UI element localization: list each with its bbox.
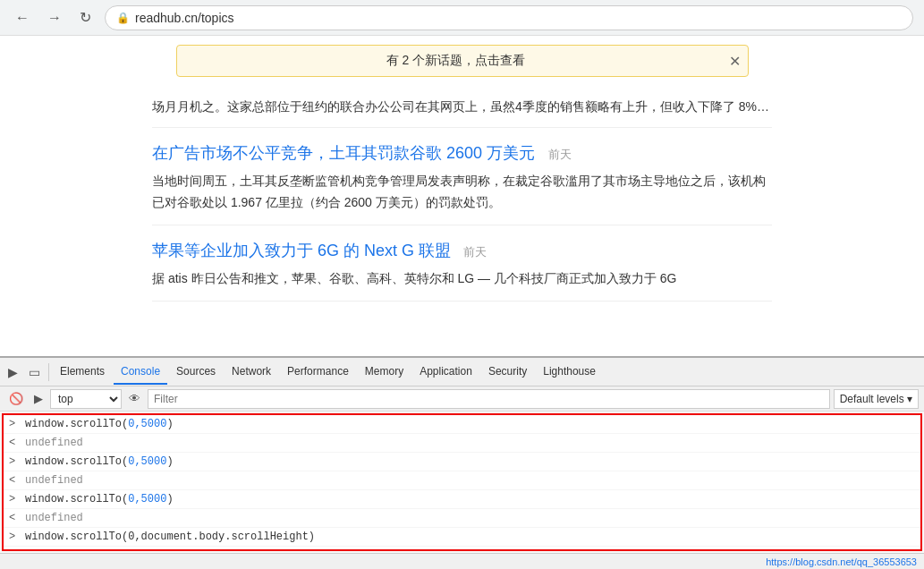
devtools-inspect-icon[interactable]: ▶ <box>4 362 22 382</box>
tab-separator-1 <box>48 363 49 381</box>
page-content: 有 2 个新话题，点击查看 ✕ 场月月机之。这家总部位于纽约的联合办公公司在其网… <box>0 36 924 356</box>
console-text-1: window.scrollTo(0,5000) <box>25 416 174 432</box>
console-text-8: undefined <box>25 548 83 551</box>
console-line-7: > window.scrollTo(0,document.body.scroll… <box>4 528 920 547</box>
console-text-3: window.scrollTo(0,5000) <box>25 454 174 470</box>
status-bar: https://blog.csdn.net/qq_36553653 <box>0 553 924 569</box>
tab-memory[interactable]: Memory <box>358 360 411 385</box>
tab-network[interactable]: Network <box>225 360 278 385</box>
console-output: > window.scrollTo(0,5000) < undefined > … <box>2 413 922 551</box>
tab-console[interactable]: Console <box>114 360 167 385</box>
notification-text: 有 2 个新话题，点击查看 <box>386 53 526 67</box>
console-text-4: undefined <box>25 472 83 488</box>
lock-icon: 🔒 <box>116 12 130 24</box>
article-3-body: 据 atis 昨日公告和推文，苹果、谷歌、高科、英特尔和 LG — 几个科技厂商… <box>152 268 772 290</box>
tab-lighthouse[interactable]: Lighthouse <box>536 360 603 385</box>
tab-security[interactable]: Security <box>481 360 534 385</box>
article-2-body: 当地时间周五，土耳其反垄断监管机构竞争管理局发表声明称，在裁定谷歌滥用了其市场主… <box>152 171 772 214</box>
reload-button[interactable]: ↻ <box>75 7 96 28</box>
console-prefix-4: < <box>9 472 20 488</box>
devtools-tabbar: ▶ ▭ Elements Console Sources Network Per… <box>0 358 924 386</box>
console-prefix-7: > <box>9 529 20 545</box>
devtools-mobile-icon[interactable]: ▭ <box>24 362 45 382</box>
console-line-6: < undefined <box>4 509 920 528</box>
devtools-panel: ▶ ▭ Elements Console Sources Network Per… <box>0 356 924 569</box>
console-text-2: undefined <box>25 435 83 451</box>
article-3-section: 苹果等企业加入致力于 6G 的 Next G 联盟 前天 据 atis 昨日公告… <box>152 225 772 301</box>
console-line-2: < undefined <box>4 434 920 453</box>
tab-elements[interactable]: Elements <box>53 360 112 385</box>
forward-button[interactable]: → <box>43 8 66 28</box>
article-2-date: 前天 <box>548 148 572 161</box>
console-text-7: window.scrollTo(0,document.body.scrollHe… <box>25 529 315 545</box>
console-toolbar: 🚫 ▶ top 👁 Default levels ▾ <box>0 386 924 412</box>
browser-chrome: ← → ↻ 🔒 readhub.cn/topics <box>0 0 924 36</box>
console-line-1: > window.scrollTo(0,5000) <box>4 415 920 434</box>
tab-performance[interactable]: Performance <box>280 360 356 385</box>
article-2-title[interactable]: 在广告市场不公平竞争，土耳其罚款谷歌 2600 万美元 <box>152 144 535 162</box>
article-2-section: 在广告市场不公平竞争，土耳其罚款谷歌 2600 万美元 前天 当地时间周五，土耳… <box>152 128 772 225</box>
console-line-4: < undefined <box>4 471 920 490</box>
console-text-6: undefined <box>25 510 83 526</box>
back-button[interactable]: ← <box>11 8 34 28</box>
article-3-title[interactable]: 苹果等企业加入致力于 6G 的 Next G 联盟 <box>152 242 451 259</box>
clear-console-button[interactable]: 🚫 <box>5 390 27 407</box>
filter-toggle-button[interactable]: ▶ <box>30 390 47 407</box>
notification-banner: 有 2 个新话题，点击查看 ✕ <box>176 45 749 77</box>
eye-icon[interactable]: 👁 <box>125 390 144 407</box>
default-levels-button[interactable]: Default levels ▾ <box>834 389 919 409</box>
console-prefix-2: < <box>9 435 20 451</box>
address-bar[interactable]: 🔒 readhub.cn/topics <box>105 5 913 30</box>
article-1-partial: 场月月机之。这家总部位于纽约的联合办公公司在其网页上，虽然4季度的销售额略有上升… <box>152 97 772 116</box>
article-1-section: 场月月机之。这家总部位于纽约的联合办公公司在其网页上，虽然4季度的销售额略有上升… <box>152 86 772 128</box>
tab-application[interactable]: Application <box>412 360 479 385</box>
console-line-3: > window.scrollTo(0,5000) <box>4 453 920 471</box>
console-prefix-5: > <box>9 491 20 507</box>
filter-input[interactable] <box>148 389 830 409</box>
console-prefix-6: < <box>9 510 20 526</box>
notification-close-button[interactable]: ✕ <box>729 53 741 70</box>
console-prefix-3: > <box>9 454 20 470</box>
article-3-date: 前天 <box>463 245 487 259</box>
url-text: readhub.cn/topics <box>135 11 234 25</box>
console-prefix-8: < <box>9 548 20 551</box>
console-prefix-1: > <box>9 416 20 432</box>
tab-sources[interactable]: Sources <box>169 360 223 385</box>
console-line-8: < undefined <box>4 547 920 551</box>
console-line-5: > window.scrollTo(0,5000) <box>4 490 920 509</box>
context-select[interactable]: top <box>50 389 122 409</box>
console-text-5: window.scrollTo(0,5000) <box>25 491 174 507</box>
status-url: https://blog.csdn.net/qq_36553653 <box>766 556 917 567</box>
